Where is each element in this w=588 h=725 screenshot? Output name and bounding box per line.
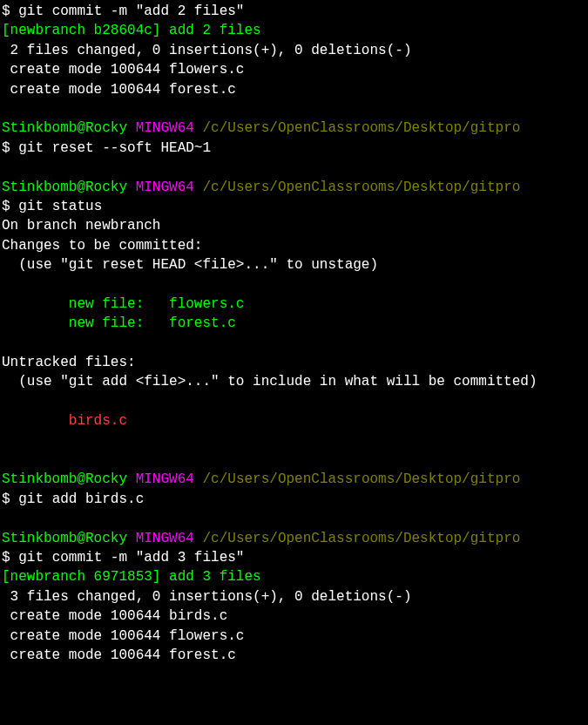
working-path: /c/Users/OpenClassrooms/Desktop/gitpro — [202, 180, 520, 195]
output-text: (use "git add <file>..." to include in w… — [2, 372, 586, 391]
blank-line — [2, 334, 586, 353]
user-host: Stinkbomb@Rocky — [2, 180, 127, 195]
terminal-line: $ git commit -m "add 3 files" — [2, 548, 586, 567]
prompt-symbol: $ — [2, 140, 10, 156]
untracked-file: birds.c — [2, 411, 586, 430]
prompt-line: Stinkbomb@Rocky MINGW64 /c/Users/OpenCla… — [2, 529, 586, 548]
terminal-line: $ git status — [2, 197, 586, 216]
user-host: Stinkbomb@Rocky — [2, 120, 127, 136]
blank-line — [2, 274, 586, 294]
prompt-symbol: $ — [2, 491, 10, 507]
output-text: [newbranch 6971853] add 3 files — [2, 567, 586, 586]
prompt-symbol: $ — [2, 199, 10, 214]
output-text: (use "git reset HEAD <file>..." to unsta… — [2, 255, 586, 274]
output-text: create mode 100644 forest.c — [2, 80, 586, 99]
shell-name: MINGW64 — [136, 120, 194, 136]
working-path: /c/Users/OpenClassrooms/Desktop/gitpro — [202, 531, 520, 546]
prompt-line: Stinkbomb@Rocky MINGW64 /c/Users/OpenCla… — [2, 119, 586, 138]
output-text: 2 files changed, 0 insertions(+), 0 dele… — [2, 41, 586, 60]
shell-name: MINGW64 — [136, 531, 194, 546]
prompt-symbol: $ — [2, 3, 10, 19]
output-text: On branch newbranch — [2, 216, 586, 235]
staged-file: new file: forest.c — [2, 314, 586, 333]
staged-file: new file: flowers.c — [2, 295, 586, 314]
user-host: Stinkbomb@Rocky — [2, 471, 127, 487]
command-text: git status — [18, 199, 102, 214]
output-text: create mode 100644 flowers.c — [2, 60, 586, 79]
blank-line — [2, 451, 586, 470]
working-path: /c/Users/OpenClassrooms/Desktop/gitpro — [202, 120, 520, 136]
terminal-line: $ git add birds.c — [2, 490, 586, 509]
output-text: Untracked files: — [2, 353, 586, 372]
output-text: create mode 100644 forest.c — [2, 646, 586, 665]
working-path: /c/Users/OpenClassrooms/Desktop/gitpro — [202, 471, 520, 487]
output-text: [newbranch b28604c] add 2 files — [2, 21, 586, 40]
blank-line — [2, 158, 586, 177]
blank-line — [2, 431, 586, 451]
shell-name: MINGW64 — [136, 180, 194, 195]
command-text: git commit -m "add 3 files" — [18, 550, 244, 566]
shell-name: MINGW64 — [136, 471, 194, 487]
prompt-line: Stinkbomb@Rocky MINGW64 /c/Users/OpenCla… — [2, 470, 586, 489]
output-text: Changes to be committed: — [2, 236, 586, 255]
terminal-line: $ git reset --soft HEAD~1 — [2, 139, 586, 158]
command-text: git add birds.c — [18, 491, 144, 507]
blank-line — [2, 509, 586, 528]
prompt-symbol: $ — [2, 550, 10, 566]
blank-line — [2, 392, 586, 411]
output-text: create mode 100644 birds.c — [2, 606, 586, 626]
blank-line — [2, 99, 586, 119]
output-text: create mode 100644 flowers.c — [2, 627, 586, 646]
output-text: 3 files changed, 0 insertions(+), 0 dele… — [2, 587, 586, 606]
prompt-line: Stinkbomb@Rocky MINGW64 /c/Users/OpenCla… — [2, 178, 586, 197]
user-host: Stinkbomb@Rocky — [2, 531, 127, 546]
terminal-line: $ git commit -m "add 2 files" — [2, 2, 586, 21]
command-text: git commit -m "add 2 files" — [18, 3, 244, 19]
command-text: git reset --soft HEAD~1 — [18, 140, 211, 156]
